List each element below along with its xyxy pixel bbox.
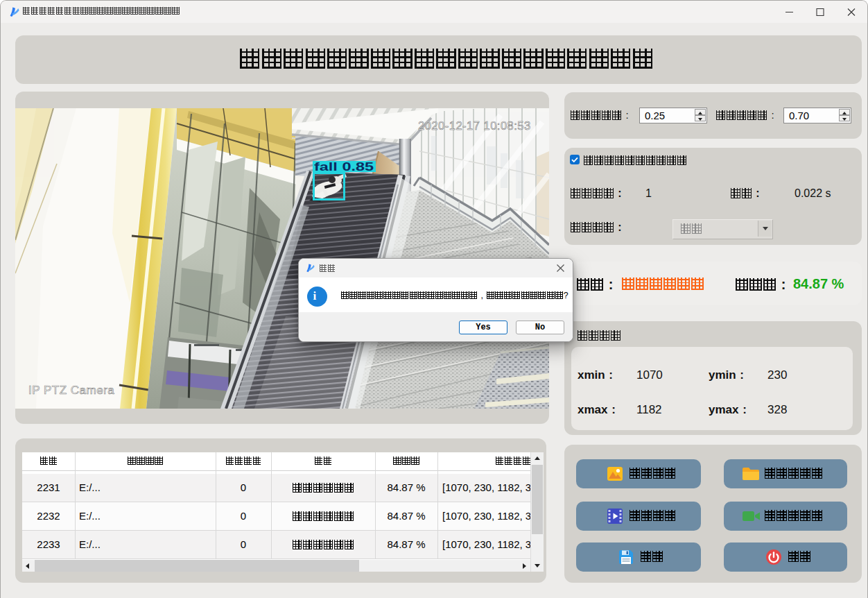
svg-text:IP PTZ Camera: IP PTZ Camera <box>28 384 114 397</box>
svg-text:2020-12-17 10:08:53: 2020-12-17 10:08:53 <box>418 119 531 132</box>
svg-text:fall 0.85: fall 0.85 <box>314 161 374 173</box>
